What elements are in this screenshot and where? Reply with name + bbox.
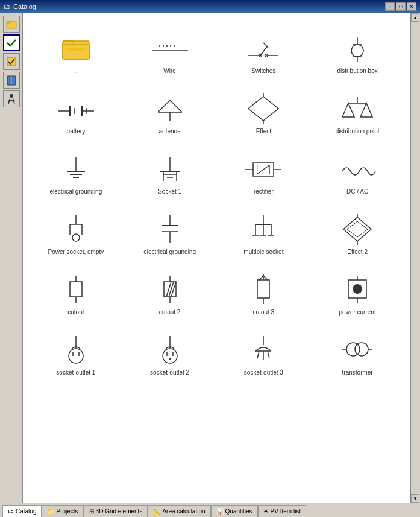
tab-catalog[interactable]: 🗂 Catalog [2, 505, 42, 517]
dc-ac-label: DC / AC [346, 188, 368, 195]
distribution-point-symbol [336, 92, 378, 125]
catalog-item-transformer[interactable]: transformer [310, 321, 404, 381]
svg-marker-39 [248, 97, 278, 121]
tab-projects[interactable]: 📁 Projects [42, 505, 83, 517]
svg-line-57 [257, 165, 269, 174]
svg-rect-82 [70, 282, 82, 297]
catalog-item-socket-outlet-3[interactable]: socket-outlet 3 [217, 321, 311, 381]
antenna-symbol [149, 92, 191, 125]
electrical-grounding-1-symbol [55, 152, 97, 185]
catalog-item-electrical-grounding-2[interactable]: electrical grounding [123, 200, 217, 261]
quantities-tab-icon: 📊 [216, 508, 224, 515]
folder-label: .. [74, 68, 78, 75]
title-bar: 🗂 Catalog − □ ✕ [0, 0, 420, 13]
catalog-item-power-socket-empty[interactable]: Power socket, empty [29, 200, 123, 261]
svg-rect-91 [257, 280, 269, 298]
scroll-up-btn[interactable]: ▲ [411, 13, 419, 22]
electrical-grounding-2-label: electrical grounding [143, 249, 196, 256]
title-bar-left: 🗂 Catalog [4, 3, 36, 10]
socket-outlet-1-symbol [55, 333, 97, 366]
power-socket-empty-label: Power socket, empty [48, 249, 104, 256]
minimize-button[interactable]: − [385, 2, 395, 11]
svg-line-112 [268, 351, 269, 358]
svg-line-86 [166, 282, 171, 297]
cutout-symbol [55, 273, 97, 306]
catalog-item-distribution-box[interactable]: distribution box [310, 19, 404, 80]
multiple-socket-symbol [242, 212, 284, 246]
effect-2-label: Effect 2 [347, 249, 368, 256]
switches-label: Switches [251, 68, 275, 75]
svg-line-93 [263, 276, 268, 280]
wire-label: Wire [163, 68, 176, 75]
catalog-item-distribution-point[interactable]: distribution point [310, 80, 404, 140]
catalog-item-battery[interactable]: battery [29, 80, 123, 140]
toolbar-check1-btn[interactable] [3, 34, 20, 51]
tab-3d-grid[interactable]: ⊞ 3D Grid elements [84, 505, 148, 517]
pv-tab-icon: ☀ [263, 508, 269, 515]
scroll-down-btn[interactable]: ▼ [411, 494, 419, 503]
catalog-item-folder[interactable]: .. [29, 19, 123, 80]
svg-point-95 [353, 284, 362, 294]
power-current-symbol [336, 273, 378, 306]
catalog-item-power-current[interactable]: power current [310, 261, 404, 321]
cutout-2-label: cutout 2 [159, 309, 181, 316]
cutout-3-symbol [242, 273, 284, 306]
3d-tab-icon: ⊞ [89, 508, 94, 515]
toolbar-book-btn[interactable] [3, 72, 20, 89]
svg-point-26 [351, 45, 363, 57]
distribution-box-label: distribution box [337, 68, 377, 75]
area-tab-icon: 📐 [153, 508, 160, 515]
title-bar-text: Catalog [13, 3, 36, 10]
catalog-item-rectifier[interactable]: rectifier [217, 140, 311, 200]
socket-outlet-2-symbol [149, 333, 191, 366]
catalog-item-cutout-2[interactable]: cutout 2 [123, 261, 217, 321]
toolbar-check2-btn[interactable] [3, 53, 20, 70]
svg-point-114 [355, 343, 368, 356]
catalog-item-socket-outlet-1[interactable]: socket-outlet 1 [29, 321, 123, 381]
main-container: .. Wire [0, 13, 420, 503]
app-icon: 🗂 [4, 3, 10, 10]
svg-line-87 [169, 282, 174, 297]
toolbar-folder-btn[interactable] [3, 16, 20, 33]
catalog-item-cutout[interactable]: cutout [29, 261, 123, 321]
catalog-item-switches[interactable]: Switches [217, 19, 311, 80]
catalog-item-antenna[interactable]: antenna [123, 80, 217, 140]
tab-quantities[interactable]: 📊 Quantities [211, 505, 258, 517]
socket-outlet-2-label: socket-outlet 2 [150, 369, 189, 376]
transformer-label: transformer [342, 369, 373, 376]
catalog-item-electrical-grounding-1[interactable]: electrical grounding [29, 140, 123, 200]
svg-line-38 [170, 100, 182, 112]
distribution-point-label: distribution point [336, 128, 380, 135]
cutout-3-label: cutout 3 [253, 309, 275, 316]
svg-point-113 [346, 343, 360, 356]
toolbar-person-btn[interactable] [3, 90, 20, 107]
catalog-item-cutout-3[interactable]: cutout 3 [217, 261, 311, 321]
electrical-grounding-1-label: electrical grounding [50, 188, 102, 195]
catalog-item-socket-1[interactable]: Socket 1 [123, 140, 217, 200]
wire-symbol [149, 31, 191, 65]
tab-pv-item[interactable]: ☀ PV-Item list [258, 505, 307, 517]
svg-line-23 [263, 43, 268, 48]
catalog-item-socket-outlet-2[interactable]: socket-outlet 2 [123, 321, 217, 381]
socket-1-label: Socket 1 [158, 188, 181, 195]
battery-symbol [55, 92, 97, 125]
catalog-content[interactable]: .. Wire [23, 13, 410, 503]
catalog-item-effect-2[interactable]: Effect 2 [310, 200, 404, 261]
distribution-box-symbol [336, 31, 378, 65]
catalog-item-effect[interactable]: Effect [217, 80, 311, 140]
catalog-item-dc-ac[interactable]: DC / AC [310, 140, 404, 200]
content-area: .. Wire [23, 13, 410, 503]
socket-outlet-3-label: socket-outlet 3 [244, 369, 283, 376]
tab-area-calc[interactable]: 📐 Area calculation [148, 505, 210, 517]
rectifier-symbol [242, 152, 284, 185]
socket-outlet-1-label: socket-outlet 1 [56, 369, 95, 376]
close-button[interactable]: ✕ [407, 2, 416, 11]
svg-line-37 [158, 100, 170, 112]
svg-rect-11 [67, 48, 84, 51]
svg-marker-76 [343, 217, 371, 241]
scrollbar[interactable]: ▲ ▼ [410, 13, 420, 503]
catalog-item-wire[interactable]: Wire [123, 19, 217, 80]
catalog-item-multiple-socket[interactable]: multiple socket [217, 200, 311, 261]
maximize-button[interactable]: □ [396, 2, 406, 11]
effect-2-symbol [336, 212, 378, 246]
